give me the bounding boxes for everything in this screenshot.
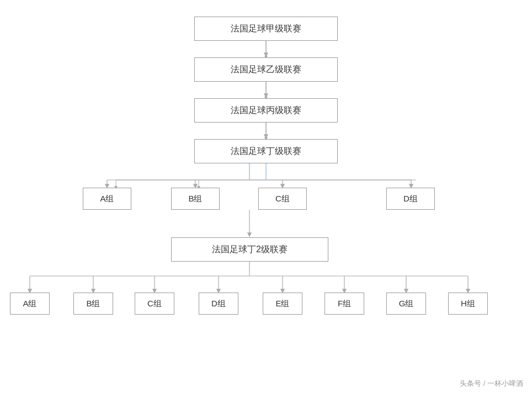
diagram: 法国足球甲级联赛 法国足球乙级联赛 法国足球丙级联赛 法国足球丁级联赛 A组 B…: [0, 0, 532, 381]
box-jia: 法国足球甲级联赛: [194, 17, 338, 41]
box-bing: 法国足球丙级联赛: [194, 98, 338, 123]
footer: 头条号 / 一杯小啤酒: [460, 379, 523, 389]
group-D1: D组: [386, 188, 435, 210]
group-B2: B组: [73, 293, 113, 315]
group-F2: F组: [324, 293, 364, 315]
group-A1: A组: [83, 188, 131, 210]
box-ding: 法国足球丁级联赛: [194, 139, 338, 163]
group-B1: B组: [171, 188, 220, 210]
group-D2: D组: [199, 293, 238, 315]
group-E2: E组: [263, 293, 302, 315]
box-yi: 法国足球乙级联赛: [194, 57, 338, 82]
group-A2: A组: [10, 293, 50, 315]
box-ding2: 法国足球丁2级联赛: [171, 237, 328, 262]
group-C1: C组: [258, 188, 307, 210]
group-G2: G组: [386, 293, 426, 315]
group-C2: C组: [135, 293, 174, 315]
group-H2: H组: [448, 293, 488, 315]
